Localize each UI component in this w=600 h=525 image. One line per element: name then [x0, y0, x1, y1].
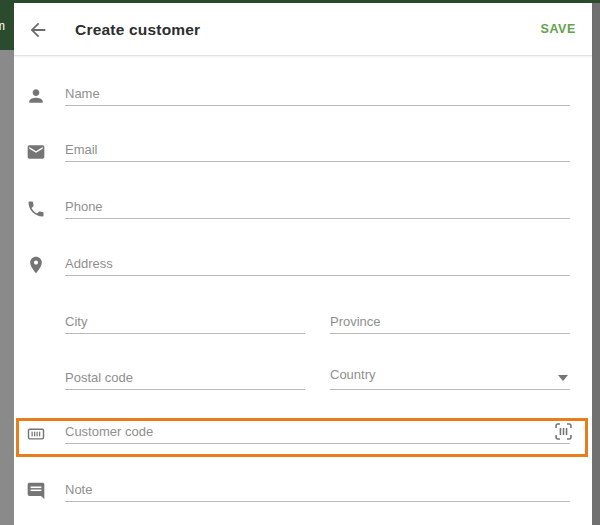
postal-code-input[interactable]	[65, 370, 305, 385]
create-customer-dialog: Create customer SAVE Country	[14, 3, 592, 525]
note-input[interactable]	[65, 482, 570, 497]
background-dim-left-strip	[0, 50, 14, 525]
location-pin-icon	[26, 255, 46, 275]
background-dim-right	[592, 3, 600, 525]
city-input[interactable]	[65, 314, 305, 329]
province-input[interactable]	[330, 314, 570, 329]
page-title: Create customer	[75, 3, 200, 56]
email-icon	[26, 142, 46, 162]
barcode-scan-icon[interactable]	[553, 421, 574, 442]
comment-icon	[26, 481, 46, 501]
province-field[interactable]	[330, 304, 570, 334]
city-field[interactable]	[65, 304, 305, 334]
background-dim-left: m	[0, 0, 14, 525]
phone-icon	[26, 199, 46, 219]
dropdown-caret-icon	[558, 375, 568, 381]
country-dropdown[interactable]: Country	[330, 360, 570, 390]
email-input[interactable]	[65, 142, 570, 157]
back-arrow-icon[interactable]	[27, 19, 49, 41]
email-field[interactable]	[65, 132, 570, 162]
person-icon	[26, 86, 46, 106]
name-field[interactable]	[65, 76, 570, 106]
country-dropdown-label: Country	[330, 367, 376, 382]
save-button[interactable]: SAVE	[540, 3, 576, 56]
address-input[interactable]	[65, 256, 570, 271]
note-field[interactable]	[65, 472, 570, 502]
postal-code-field[interactable]	[65, 360, 305, 390]
name-input[interactable]	[65, 86, 570, 101]
address-field[interactable]	[65, 246, 570, 276]
loyalty-card-barcode-icon	[26, 424, 46, 444]
dialog-toolbar: Create customer SAVE	[14, 3, 592, 56]
customer-code-input[interactable]	[65, 424, 570, 439]
customer-code-field[interactable]	[65, 414, 570, 444]
background-partial-text: m	[0, 19, 5, 33]
phone-input[interactable]	[65, 199, 570, 214]
phone-field[interactable]	[65, 189, 570, 219]
